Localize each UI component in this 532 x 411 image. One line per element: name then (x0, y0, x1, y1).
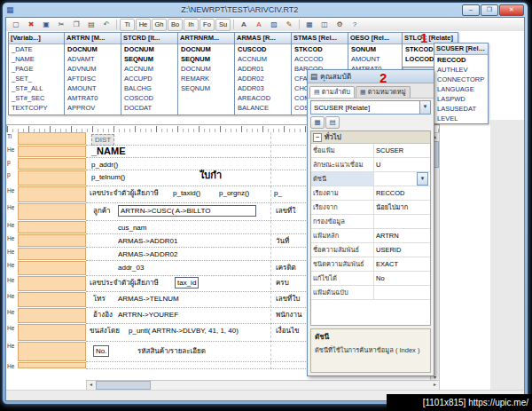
paste-icon[interactable]: ▤ (84, 19, 98, 31)
field-item[interactable]: AMOUNT (348, 54, 402, 64)
design-item[interactable]: p_untl( ARTRN->DLVBY, 41, 1, 40) (129, 326, 239, 336)
field-item[interactable]: SEQNUM (178, 54, 234, 64)
field-item[interactable]: BALANCE (235, 103, 291, 113)
title-bar[interactable]: ▦ Z:\NEWRPT\TEST\ARIVCIV.RT2 – ❐ ✕ (3, 3, 528, 17)
band-cell[interactable] (18, 146, 86, 157)
design-item[interactable]: เลขที่ใบ (276, 294, 300, 304)
band-cell[interactable] (18, 248, 86, 260)
field-item[interactable]: APPROV (65, 103, 121, 113)
property-value[interactable]: ▼ (374, 215, 430, 228)
field-item[interactable]: AMTRAT0 (65, 93, 121, 103)
property-row[interactable]: ลักษณะแนวเชื่อม U ▼ (311, 158, 430, 172)
help-icon[interactable]: ? (348, 19, 362, 31)
grid-icon[interactable]: ▦ (302, 19, 317, 31)
field-item[interactable]: DOCNUM (178, 44, 234, 54)
band-cell[interactable] (18, 324, 86, 341)
design-item[interactable]: addr_03 (118, 263, 144, 273)
field-item[interactable]: AREACOD (235, 93, 291, 103)
field-item[interactable]: SEQNUM (178, 83, 234, 93)
field-item[interactable]: ADDR02 (235, 74, 291, 83)
design-item[interactable]: p_orgnz() (219, 188, 249, 198)
horizontal-scroll-thumb[interactable] (96, 381, 151, 390)
band-cell[interactable] (18, 292, 86, 307)
field-item[interactable]: ACCNUM (121, 64, 177, 74)
panel-variables[interactable]: [Variab...] _DATE_NAME_PAGE_SET__ST#_ALL… (8, 32, 65, 115)
field-item[interactable]: REMARK (178, 74, 234, 83)
frame-icon[interactable]: ◫ (317, 19, 332, 31)
panel-scuser[interactable]: SCUSER [Rela... RECCODAUTHLEVCONNECTORPL… (434, 43, 489, 124)
minimize-button[interactable]: – (462, 4, 480, 16)
panel-armas[interactable]: ARMAS [R... CUSCODACCNUMADDR01ADDR02ADDR… (234, 32, 292, 115)
property-value[interactable]: No ▼ (374, 272, 430, 285)
property-row[interactable]: แฟ้มหลัก ARTRN ▼ (311, 229, 430, 243)
property-value[interactable]: USERID ▼ (374, 243, 430, 257)
field-item[interactable]: _ST#_SEC (9, 93, 64, 103)
property-row[interactable]: ชื่อแฟ้ม SCUSER ▼ (311, 144, 430, 158)
tab-alphabetic[interactable]: ▤ ตามลำดับ (309, 86, 355, 98)
fill-icon[interactable]: ▨ (267, 19, 281, 31)
property-value[interactable]: ▼ (374, 172, 430, 186)
design-item[interactable]: ลูกค้า (93, 206, 111, 216)
design-item[interactable]: p_addr() (91, 160, 118, 170)
property-row[interactable]: ชนิดความสัมพันธ์ EXACT ▼ (311, 257, 430, 272)
design-item[interactable]: No. (93, 345, 109, 357)
design-item[interactable]: _NAME (91, 146, 126, 157)
design-item[interactable]: p_ (274, 188, 282, 198)
undo-icon[interactable]: ↶ (99, 19, 113, 31)
property-value[interactable]: ▼ (374, 286, 430, 299)
field-item[interactable]: DOCNUM (178, 64, 234, 74)
band-cell[interactable] (18, 186, 86, 202)
field-item[interactable]: SONUM (348, 44, 402, 54)
field-item[interactable]: ADVNUM (65, 64, 121, 74)
band-cell[interactable] (18, 221, 86, 233)
field-item[interactable]: ADDR01 (235, 64, 291, 74)
panel-header[interactable]: STMAS [Rel... (292, 33, 348, 44)
property-value[interactable]: SCUSER ▼ (374, 144, 430, 157)
field-item[interactable]: CUSCOD (235, 44, 291, 54)
design-item[interactable]: เลขประจำตัวผู้เสียภาษี (90, 188, 159, 198)
panel-header[interactable]: OESO [Rel... (348, 33, 402, 44)
field-item[interactable]: ADVAMT (65, 54, 121, 64)
design-item[interactable]: เงื่อนไข (276, 326, 299, 336)
field-item[interactable]: ADDR03 (235, 83, 291, 93)
alphabetic-icon[interactable]: ▤ (325, 116, 340, 129)
design-item[interactable]: ขนส่งโดย (90, 326, 120, 336)
band-cell[interactable] (18, 276, 86, 291)
design-item[interactable]: ใบกำ (200, 170, 222, 181)
band-button[interactable]: Bo (168, 19, 183, 31)
delete-icon[interactable]: ✖ (24, 19, 38, 31)
band-cell[interactable] (18, 362, 86, 368)
field-item[interactable]: AFTDISC (65, 74, 121, 83)
band-cell[interactable] (18, 308, 86, 323)
field-item[interactable]: DOCNUM (121, 44, 177, 54)
design-item[interactable]: เลขประจำตัวผู้เสียภาษี (90, 278, 159, 288)
panel-header[interactable]: ARTRNRM... (178, 33, 234, 44)
band-button[interactable]: He (136, 19, 151, 31)
band-cell[interactable] (18, 342, 86, 361)
design-item[interactable]: รหัสสินค้า/รายละเอียด (137, 346, 206, 356)
design-item[interactable]: ARTRN->CUSC( A->BILLTO (118, 205, 256, 217)
panel-header[interactable]: ARTRN [M... (65, 33, 121, 44)
field-item[interactable]: COSCOD (121, 93, 177, 103)
field-item[interactable]: CONNECTORP (434, 75, 488, 84)
design-item[interactable]: เครดิต (276, 263, 296, 273)
field-item[interactable]: LASPWD (434, 94, 488, 104)
font-color-icon[interactable]: A (252, 19, 266, 31)
design-item[interactable]: ARMAS->TELNUM (118, 294, 179, 304)
pencil-icon[interactable]: ✎ (282, 19, 296, 31)
property-row[interactable]: แฟ้มต้นฉบับ ▼ (311, 286, 430, 300)
panel-header[interactable]: SCUSER [Rela... (434, 43, 488, 55)
design-item[interactable]: เลขที่ใ (276, 206, 295, 216)
close-button[interactable]: ✕ (499, 4, 524, 16)
field-item[interactable]: _NAME (9, 54, 64, 64)
design-item[interactable]: วันที่ (276, 236, 289, 246)
scroll-left-icon[interactable]: ◂ (87, 381, 95, 389)
design-item[interactable]: ARMAS->ADDR02 (118, 249, 177, 259)
panel-stcrd[interactable]: STCRD [It... DOCNUMSEQNUMACCNUMACCUPDBAL… (121, 32, 178, 115)
field-item[interactable]: TEXTCOPY (9, 103, 64, 113)
panel-header[interactable]: ARMAS [R... (235, 33, 291, 44)
field-item[interactable]: DOCNUM (65, 44, 121, 54)
panel-header[interactable]: [Variab...] (9, 33, 64, 44)
chevron-down-icon[interactable]: ▼ (419, 101, 430, 114)
property-category[interactable]: − ทั่วไป (311, 131, 430, 144)
